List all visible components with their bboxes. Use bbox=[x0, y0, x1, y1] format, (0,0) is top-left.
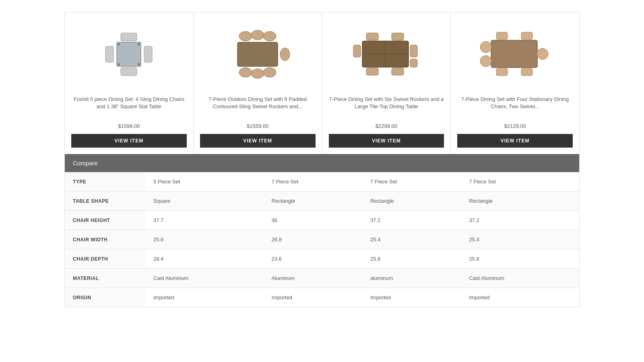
compare-value-7-3: Imported bbox=[362, 288, 461, 307]
compare-value-4-4: 25.4 bbox=[461, 230, 579, 249]
compare-value-1-1: 5 Piece Set bbox=[145, 172, 264, 191]
svg-rect-28 bbox=[496, 32, 508, 39]
product-card-3: 7-Piece Dining Set with Six Swivel Rocke… bbox=[322, 12, 451, 154]
product-price-1: $1599.00 bbox=[118, 123, 140, 129]
compare-value-5-1: 28.4 bbox=[145, 249, 264, 269]
compare-value-1-4: 7 Piece Set bbox=[461, 172, 579, 191]
svg-point-12 bbox=[263, 31, 276, 41]
svg-point-10 bbox=[239, 31, 252, 41]
product-price-4: $2129.00 bbox=[504, 123, 526, 129]
compare-value-7-1: Imported bbox=[145, 288, 264, 307]
svg-rect-27 bbox=[491, 40, 537, 68]
compare-value-1-2: 7 Piece Set bbox=[264, 172, 362, 191]
compare-attr-6: MATERIAL bbox=[65, 269, 145, 288]
product-image-2 bbox=[200, 19, 316, 89]
compare-row-7: ORIGINImportedImportedImportedImported bbox=[65, 288, 579, 307]
compare-value-3-2: 36 bbox=[264, 211, 362, 230]
svg-rect-3 bbox=[105, 46, 114, 62]
svg-rect-17 bbox=[362, 41, 409, 67]
svg-point-33 bbox=[480, 56, 491, 67]
product-card-2: 7-Piece Outdoor Dining Set with 6 Padded… bbox=[194, 12, 322, 154]
compare-value-6-2: Aluminum bbox=[264, 269, 362, 288]
svg-rect-20 bbox=[366, 33, 378, 40]
svg-rect-4 bbox=[144, 46, 152, 62]
compare-value-5-4: 25.8 bbox=[461, 249, 579, 269]
svg-rect-23 bbox=[392, 68, 404, 75]
compare-attr-3: CHAIR HEIGHT bbox=[65, 211, 145, 230]
svg-rect-25 bbox=[410, 45, 417, 57]
compare-row-2: TABLE SHAPESquareRectangleRectangleRecta… bbox=[65, 191, 579, 211]
compare-value-2-3: Rectangle bbox=[362, 191, 461, 211]
compare-value-7-2: Imported bbox=[264, 288, 362, 307]
product-price-2: $1559.00 bbox=[247, 123, 268, 129]
product-image-3 bbox=[329, 19, 444, 89]
svg-rect-31 bbox=[521, 68, 533, 76]
compare-row-6: MATERIALCast AluminumAluminumaluminumCas… bbox=[65, 269, 579, 288]
svg-rect-0 bbox=[117, 42, 141, 66]
product-image-4 bbox=[457, 19, 573, 89]
svg-rect-29 bbox=[521, 32, 533, 39]
compare-value-4-2: 26.8 bbox=[264, 230, 362, 249]
compare-row-1: TYPE5 Piece Set7 Piece Set7 Piece Set7 P… bbox=[65, 172, 579, 191]
compare-value-6-3: aluminum bbox=[362, 269, 461, 288]
compare-header: Compare bbox=[65, 154, 579, 172]
product-name-1: Foxhill 5 piece Dining Set: 4 Sling Dini… bbox=[71, 96, 187, 120]
compare-value-2-1: Square bbox=[145, 191, 264, 211]
svg-rect-26 bbox=[410, 59, 417, 67]
svg-point-7 bbox=[118, 63, 120, 66]
product-card-1: Foxhill 5 piece Dining Set: 4 Sling Dini… bbox=[65, 12, 194, 154]
compare-value-4-1: 25.6 bbox=[145, 230, 264, 249]
view-item-button-1[interactable]: VIEW ITEM bbox=[71, 134, 187, 148]
compare-attr-4: CHAIR WIDTH bbox=[65, 230, 145, 249]
compare-attr-1: TYPE bbox=[65, 172, 145, 191]
svg-point-15 bbox=[263, 68, 276, 77]
compare-attr-5: CHAIR DEPTH bbox=[65, 249, 145, 269]
svg-point-14 bbox=[251, 69, 264, 78]
compare-value-1-3: 7 Piece Set bbox=[362, 172, 461, 191]
product-price-3: $2299.00 bbox=[376, 123, 397, 129]
view-item-button-3[interactable]: VIEW ITEM bbox=[329, 134, 444, 148]
svg-point-32 bbox=[480, 41, 491, 53]
compare-value-3-4: 37.2 bbox=[461, 211, 579, 230]
svg-point-6 bbox=[138, 43, 140, 45]
product-image-1 bbox=[71, 19, 187, 89]
product-name-3: 7-Piece Dining Set with Six Swivel Rocke… bbox=[329, 96, 444, 120]
svg-point-8 bbox=[138, 63, 140, 66]
compare-attr-7: ORIGIN bbox=[65, 288, 145, 307]
compare-value-5-3: 25.8 bbox=[362, 249, 461, 269]
svg-rect-24 bbox=[353, 45, 361, 57]
compare-value-6-4: Cast Aluminum bbox=[461, 269, 579, 288]
page-wrapper: Foxhill 5 piece Dining Set: 4 Sling Dini… bbox=[0, 0, 644, 362]
svg-point-5 bbox=[118, 43, 120, 45]
svg-point-34 bbox=[537, 48, 548, 60]
svg-rect-9 bbox=[237, 42, 278, 66]
compare-value-3-1: 37.7 bbox=[145, 211, 264, 230]
svg-point-16 bbox=[280, 48, 290, 61]
compare-row-4: CHAIR WIDTH25.626.825.425.4 bbox=[65, 230, 579, 249]
product-card-4: 7-Piece Dining Set with Four Stationary … bbox=[451, 12, 579, 154]
compare-attr-2: TABLE SHAPE bbox=[65, 191, 145, 211]
compare-row-3: CHAIR HEIGHT37.73637.237.2 bbox=[65, 211, 579, 230]
compare-value-2-2: Rectangle bbox=[264, 191, 362, 211]
svg-rect-30 bbox=[496, 68, 508, 76]
compare-value-7-4: Imported bbox=[461, 288, 579, 307]
compare-row-5: CHAIR DEPTH28.423.625.825.8 bbox=[65, 249, 579, 269]
product-name-2: 7-Piece Outdoor Dining Set with 6 Padded… bbox=[200, 96, 316, 120]
svg-point-13 bbox=[239, 68, 252, 77]
compare-table: TYPE5 Piece Set7 Piece Set7 Piece Set7 P… bbox=[65, 172, 579, 307]
view-item-button-4[interactable]: VIEW ITEM bbox=[457, 134, 573, 148]
view-item-button-2[interactable]: VIEW ITEM bbox=[200, 134, 316, 148]
products-grid: Foxhill 5 piece Dining Set: 4 Sling Dini… bbox=[64, 12, 580, 154]
product-name-4: 7-Piece Dining Set with Four Stationary … bbox=[457, 96, 573, 120]
svg-rect-22 bbox=[366, 68, 378, 75]
svg-rect-1 bbox=[121, 33, 137, 41]
compare-section: Compare TYPE5 Piece Set7 Piece Set7 Piec… bbox=[64, 154, 580, 307]
compare-label: Compare bbox=[73, 160, 98, 167]
compare-value-6-1: Cast Aluminum bbox=[145, 269, 264, 288]
compare-value-4-3: 25.4 bbox=[362, 230, 461, 249]
svg-rect-21 bbox=[392, 33, 404, 40]
svg-rect-2 bbox=[121, 68, 137, 76]
compare-value-5-2: 23.6 bbox=[264, 249, 362, 269]
compare-value-2-4: Rectangle bbox=[461, 191, 579, 211]
svg-point-11 bbox=[251, 30, 264, 40]
